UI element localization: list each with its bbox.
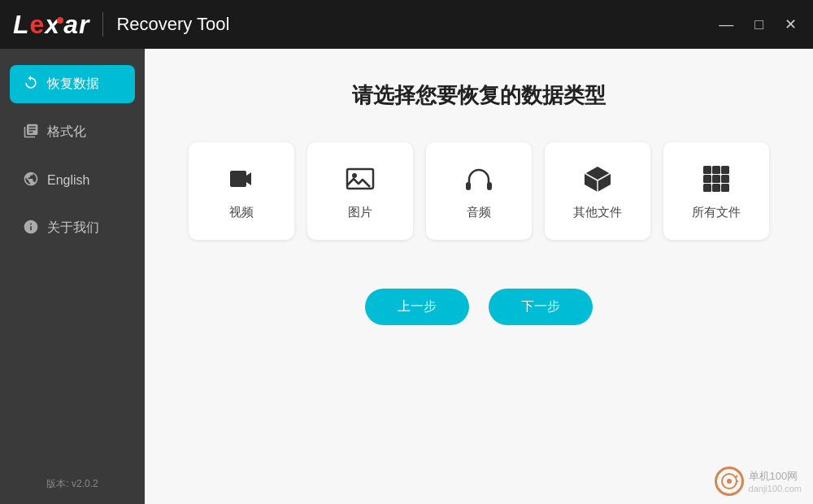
svg-rect-5: [712, 166, 720, 174]
sidebar-item-language[interactable]: English: [10, 161, 135, 199]
svg-rect-12: [721, 184, 729, 192]
watermark: 单机100网 danji100.com: [715, 467, 802, 496]
file-card-other[interactable]: 其他文件: [545, 142, 650, 240]
svg-rect-9: [721, 175, 729, 183]
svg-rect-4: [703, 166, 711, 174]
next-button[interactable]: 下一步: [489, 289, 593, 325]
file-card-audio-label: 音频: [467, 205, 491, 220]
svg-rect-11: [712, 184, 720, 192]
format-icon: [23, 123, 39, 141]
video-icon: [225, 163, 258, 195]
titlebar: Lexar Recovery Tool — □ ✕: [0, 0, 813, 49]
svg-point-14: [727, 479, 732, 484]
file-card-video-label: 视频: [229, 205, 254, 220]
audio-icon: [463, 163, 495, 195]
svg-point-1: [352, 173, 357, 178]
svg-rect-10: [703, 184, 711, 192]
file-card-audio[interactable]: 音频: [426, 142, 532, 240]
content-title: 请选择您要恢复的数据类型: [352, 81, 606, 110]
sidebar-item-about[interactable]: 关于我们: [10, 209, 135, 247]
grid-icon: [700, 163, 733, 195]
svg-rect-2: [466, 182, 471, 190]
file-card-image[interactable]: 图片: [307, 142, 413, 240]
sidebar: 恢复数据 格式化 English 关于我: [0, 49, 145, 504]
prev-button[interactable]: 上一步: [365, 289, 469, 325]
file-card-video[interactable]: 视频: [189, 142, 294, 240]
cube-icon: [581, 163, 614, 195]
sidebar-version: 版本: v2.0.2: [0, 477, 145, 491]
globe-icon: [23, 171, 39, 189]
close-button[interactable]: ✕: [781, 14, 800, 35]
file-card-image-label: 图片: [348, 205, 372, 220]
file-card-other-label: 其他文件: [573, 205, 622, 220]
watermark-logo: [715, 467, 744, 496]
minimize-button[interactable]: —: [715, 14, 737, 35]
svg-rect-6: [721, 166, 729, 174]
svg-line-16: [736, 476, 737, 477]
svg-rect-3: [487, 182, 492, 190]
titlebar-divider: [102, 12, 103, 37]
titlebar-controls: — □ ✕: [715, 14, 800, 35]
maximize-button[interactable]: □: [751, 14, 767, 35]
sidebar-item-about-label: 关于我们: [47, 219, 99, 237]
sidebar-item-format[interactable]: 格式化: [10, 113, 135, 151]
image-icon: [344, 163, 376, 195]
svg-rect-7: [703, 175, 711, 183]
file-card-all-label: 所有文件: [692, 205, 741, 220]
info-icon: [23, 219, 39, 237]
content-area: 请选择您要恢复的数据类型 视频: [145, 49, 813, 504]
sidebar-item-recover[interactable]: 恢复数据: [10, 65, 135, 103]
app-title: Recovery Tool: [116, 14, 229, 35]
main-layout: 恢复数据 格式化 English 关于我: [0, 49, 813, 504]
logo: Lexar: [13, 10, 89, 40]
sidebar-item-language-label: English: [47, 173, 89, 188]
recover-icon: [23, 75, 39, 93]
sidebar-item-recover-label: 恢复数据: [47, 76, 99, 93]
titlebar-left: Lexar Recovery Tool: [13, 10, 229, 40]
file-types-grid: 视频 图片: [189, 142, 769, 240]
watermark-text: 单机100网 danji100.com: [749, 469, 802, 493]
svg-rect-8: [712, 175, 720, 183]
nav-buttons: 上一步 下一步: [365, 289, 593, 325]
file-card-all[interactable]: 所有文件: [663, 142, 769, 240]
sidebar-item-format-label: 格式化: [47, 124, 86, 141]
